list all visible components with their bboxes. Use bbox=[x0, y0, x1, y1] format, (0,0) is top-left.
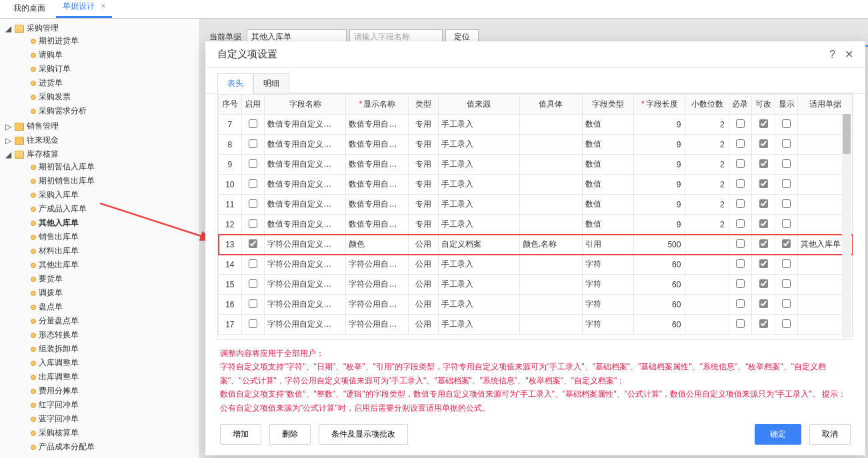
table-row[interactable]: 7数值专用自定义…数值专用自…专用手工录入数值92 bbox=[219, 115, 853, 135]
checkbox[interactable] bbox=[736, 299, 745, 308]
checkbox[interactable] bbox=[736, 219, 745, 228]
tree-leaf[interactable]: 期初暂估入库单 bbox=[39, 161, 95, 173]
fields-grid[interactable]: 序号 启用 字段名称 显示名称 类型 值来源 值具体 字段类型 字段长度 小数位… bbox=[218, 94, 853, 335]
checkbox[interactable] bbox=[249, 279, 257, 288]
delete-button[interactable]: 删除 bbox=[269, 424, 311, 445]
checkbox[interactable] bbox=[736, 119, 745, 128]
tree-leaf[interactable]: 采购需求分析 bbox=[39, 105, 87, 117]
checkbox[interactable] bbox=[782, 139, 791, 148]
vertical-scrollbar[interactable] bbox=[842, 114, 851, 338]
tree-leaf[interactable]: 请购单 bbox=[39, 49, 63, 61]
table-row[interactable]: 10数值专用自定义…数值专用自…专用手工录入数值92 bbox=[219, 175, 853, 195]
tree-folder[interactable]: 往来现金 bbox=[27, 135, 59, 146]
checkbox[interactable] bbox=[249, 219, 257, 228]
tree-twisty[interactable]: ▷ bbox=[4, 136, 12, 145]
checkbox[interactable] bbox=[759, 259, 768, 268]
checkbox[interactable] bbox=[249, 299, 257, 308]
tree-folder[interactable]: 销售管理 bbox=[27, 121, 59, 132]
close-icon[interactable]: × bbox=[101, 1, 105, 11]
checkbox[interactable] bbox=[249, 199, 257, 208]
tree-leaf[interactable]: 要货单 bbox=[39, 273, 63, 285]
navigation-tree[interactable]: ◢采购管理期初进货单请购单采购订单进货单采购发票采购需求分析▷销售管理▷往来现金… bbox=[0, 19, 200, 458]
checkbox[interactable] bbox=[736, 199, 745, 208]
tree-folder[interactable]: 库存核算 bbox=[27, 149, 59, 160]
checkbox[interactable] bbox=[736, 279, 745, 288]
checkbox[interactable] bbox=[736, 159, 745, 168]
checkbox[interactable] bbox=[249, 119, 257, 128]
close-icon[interactable]: ✕ bbox=[845, 48, 853, 61]
tree-leaf[interactable]: 期初销售出库单 bbox=[39, 175, 95, 187]
tree-leaf[interactable]: 出库调整单 bbox=[39, 371, 79, 383]
tree-leaf[interactable]: 入库调整单 bbox=[39, 357, 79, 369]
tab-header[interactable]: 表头 bbox=[217, 73, 253, 94]
tree-leaf[interactable]: 采购发票 bbox=[39, 91, 71, 103]
tree-leaf[interactable]: 产成品入库单 bbox=[39, 203, 87, 215]
table-row[interactable]: 9数值专用自定义…数值专用自…专用手工录入数值92 bbox=[219, 155, 853, 175]
checkbox[interactable] bbox=[782, 279, 791, 288]
add-button[interactable]: 增加 bbox=[220, 424, 261, 445]
table-row[interactable]: 15字符公用自定义…字符公用自…公用手工录入字符60 bbox=[219, 275, 853, 295]
tree-leaf[interactable]: 盘点单 bbox=[39, 301, 63, 313]
checkbox[interactable] bbox=[759, 319, 768, 328]
checkbox[interactable] bbox=[736, 259, 745, 268]
checkbox[interactable] bbox=[249, 259, 257, 268]
tree-leaf[interactable]: 组装拆卸单 bbox=[39, 343, 79, 355]
checkbox[interactable] bbox=[736, 139, 745, 148]
checkbox[interactable] bbox=[759, 139, 768, 148]
tree-leaf[interactable]: 采购核算单 bbox=[39, 427, 79, 439]
tab-desktop[interactable]: 我的桌面 bbox=[7, 0, 52, 18]
tree-twisty[interactable]: ◢ bbox=[4, 150, 12, 159]
checkbox[interactable] bbox=[782, 259, 791, 268]
tree-leaf[interactable]: 调拨单 bbox=[39, 287, 63, 299]
checkbox[interactable] bbox=[736, 239, 745, 248]
checkbox[interactable] bbox=[249, 179, 257, 188]
tree-leaf[interactable]: 红字回冲单 bbox=[39, 399, 79, 411]
tree-leaf[interactable]: 其他出库单 bbox=[39, 259, 79, 271]
tree-leaf[interactable]: 蓝字回冲单 bbox=[39, 413, 79, 425]
checkbox[interactable] bbox=[782, 199, 791, 208]
checkbox[interactable] bbox=[759, 299, 768, 308]
tab-doc-design[interactable]: 单据设计 × bbox=[56, 0, 112, 18]
checkbox[interactable] bbox=[759, 119, 768, 128]
tree-folder[interactable]: 采购管理 bbox=[27, 23, 59, 34]
checkbox[interactable] bbox=[782, 119, 791, 128]
tree-leaf[interactable]: 材料出库单 bbox=[39, 245, 79, 257]
tree-leaf[interactable]: 产品成本分配单 bbox=[39, 441, 95, 453]
checkbox[interactable] bbox=[249, 159, 257, 168]
checkbox[interactable] bbox=[736, 179, 745, 188]
tree-leaf[interactable]: 进货单 bbox=[39, 77, 63, 89]
tree-leaf[interactable]: 费用分摊单 bbox=[39, 385, 79, 397]
tree-leaf[interactable]: 采购入库单 bbox=[39, 189, 79, 201]
checkbox[interactable] bbox=[782, 299, 791, 308]
checkbox[interactable] bbox=[759, 199, 768, 208]
checkbox[interactable] bbox=[782, 239, 791, 248]
checkbox[interactable] bbox=[249, 139, 257, 148]
checkbox[interactable] bbox=[782, 319, 791, 328]
checkbox[interactable] bbox=[249, 319, 257, 328]
table-row[interactable]: 16字符公用自定义…字符公用自…公用手工录入字符60 bbox=[219, 295, 853, 315]
checkbox[interactable] bbox=[759, 179, 768, 188]
tree-leaf[interactable]: 采购订单 bbox=[39, 63, 71, 75]
batch-edit-button[interactable]: 条件及显示项批改 bbox=[319, 424, 408, 445]
checkbox[interactable] bbox=[759, 219, 768, 228]
tree-leaf[interactable]: 期初进货单 bbox=[39, 35, 79, 47]
table-row[interactable]: 14字符公用自定义…字符公用自…公用手工录入字符60 bbox=[219, 255, 853, 275]
table-row[interactable]: 13字符公用自定义…颜色公用自定义档案颜色.名称引用500其他入库单 bbox=[219, 235, 853, 255]
tree-leaf[interactable]: 销售出库单 bbox=[39, 231, 79, 243]
tree-leaf[interactable]: 分量盘点单 bbox=[39, 315, 79, 327]
table-row[interactable]: 8数值专用自定义…数值专用自…专用手工录入数值92 bbox=[219, 135, 853, 155]
checkbox[interactable] bbox=[759, 279, 768, 288]
checkbox[interactable] bbox=[782, 219, 791, 228]
table-row[interactable]: 12数值专用自定义…数值专用自…专用手工录入数值92 bbox=[219, 215, 853, 235]
checkbox[interactable] bbox=[249, 239, 257, 248]
tree-twisty[interactable]: ▷ bbox=[4, 122, 12, 131]
checkbox[interactable] bbox=[759, 239, 768, 248]
table-row[interactable]: 11数值专用自定义…数值专用自…专用手工录入数值92 bbox=[219, 195, 853, 215]
checkbox[interactable] bbox=[782, 159, 791, 168]
tree-leaf[interactable]: 形态转换单 bbox=[39, 329, 79, 341]
cancel-button[interactable]: 取消 bbox=[809, 424, 851, 445]
tree-twisty[interactable]: ◢ bbox=[4, 24, 12, 33]
ok-button[interactable]: 确定 bbox=[755, 424, 801, 445]
table-row[interactable]: 17字符公用自定义…字符公用自…公用手工录入字符60 bbox=[219, 315, 853, 335]
tab-detail[interactable]: 明细 bbox=[253, 73, 289, 93]
